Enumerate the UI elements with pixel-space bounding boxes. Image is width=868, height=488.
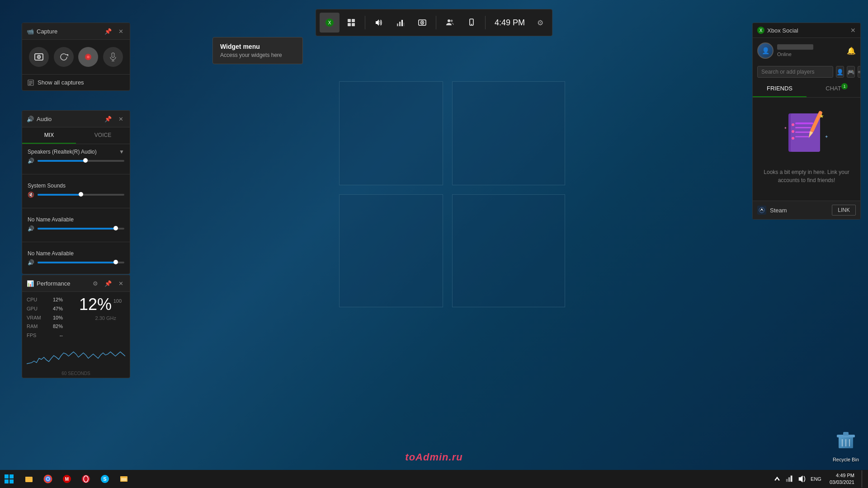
gamebar-capture-button[interactable] xyxy=(412,13,432,33)
xbox-tab-chat[interactable]: CHAT 1 xyxy=(807,80,860,97)
taskbar-clock[interactable]: 4:49 PM 03/03/2021 xyxy=(826,472,858,486)
svg-rect-55 xyxy=(9,474,14,479)
taskbar-start-button[interactable] xyxy=(0,470,18,488)
audio-app2-slider[interactable] xyxy=(38,262,124,263)
xbox-compose-button[interactable]: ✏ xyxy=(858,66,861,78)
svg-point-45 xyxy=(759,207,764,213)
gamebar-xbox-button[interactable]: X xyxy=(320,13,340,33)
audio-pin-button[interactable]: 📌 xyxy=(104,114,113,123)
capture-pin-button[interactable]: 📌 xyxy=(104,27,113,36)
svg-rect-8 xyxy=(401,20,403,26)
perf-close-button[interactable]: ✕ xyxy=(116,279,125,288)
taskbar-mcafee[interactable]: M xyxy=(58,470,76,488)
audio-tab-mix[interactable]: MIX xyxy=(22,127,76,144)
audio-app1-slider[interactable] xyxy=(38,228,124,230)
capture-panel-header: 📹 Capture 📌 ✕ xyxy=(22,23,130,40)
audio-tab-voice[interactable]: VOICE xyxy=(76,127,130,144)
xbox-status: Online xyxy=(777,52,843,57)
xbox-username-bar xyxy=(777,44,813,50)
audio-mute-icon: 🔇 xyxy=(28,192,35,198)
perf-settings-button[interactable]: ⚙ xyxy=(91,279,100,288)
capture-panel-controls: 📌 ✕ xyxy=(104,27,125,36)
audio-device-row: Speakers (Realtek(R) Audio) ▼ xyxy=(28,149,124,155)
svg-rect-29 xyxy=(29,83,33,84)
gamebar-settings-button[interactable]: ⚙ xyxy=(532,14,548,31)
svg-rect-2 xyxy=(348,19,351,22)
perf-pin-button[interactable]: 📌 xyxy=(104,279,113,288)
gamebar-mobile-button[interactable] xyxy=(462,13,481,33)
audio-device-slider-row: 🔊 xyxy=(28,158,124,164)
perf-gpu-label: GPU xyxy=(27,305,38,314)
perf-ram-stat: RAM 82% xyxy=(27,322,63,331)
audio-tabs: MIX VOICE xyxy=(22,127,130,144)
taskbar-chrome[interactable] xyxy=(39,470,57,488)
xbox-steam-link-button[interactable]: LINK xyxy=(832,205,856,216)
audio-app1-slider-row: 🔊 xyxy=(28,225,124,232)
svg-point-39 xyxy=(792,137,794,140)
taskbar-show-desktop[interactable] xyxy=(862,470,864,488)
svg-point-38 xyxy=(792,130,794,133)
taskbar-tray-expand[interactable] xyxy=(774,470,781,488)
perf-right-area: 12% 100 2.30 GHz xyxy=(66,296,125,340)
audio-app1-name: No Name Available xyxy=(28,216,124,223)
audio-panel-header: 🔊 Audio 📌 ✕ xyxy=(22,111,130,127)
gamebar-audio-button[interactable] xyxy=(369,13,389,33)
taskbar-network-icon[interactable] xyxy=(784,470,793,488)
taskbar: M S xyxy=(0,470,868,488)
audio-divider-1 xyxy=(22,174,130,174)
xbox-profile-button[interactable]: 👤 xyxy=(836,66,844,78)
svg-point-14 xyxy=(450,20,453,22)
audio-volume-icon: 🔊 xyxy=(28,158,35,164)
svg-rect-16 xyxy=(471,24,472,25)
audio-system-slider[interactable] xyxy=(38,194,124,196)
svg-rect-30 xyxy=(29,84,31,85)
record-last-button[interactable] xyxy=(54,47,74,67)
xbox-chat-badge: 1 xyxy=(841,83,848,89)
audio-device-chevron-icon[interactable]: ▼ xyxy=(119,149,124,155)
toolbar-separator-1 xyxy=(365,16,365,29)
xbox-close-button[interactable]: ✕ xyxy=(850,27,856,34)
taskbar-skype[interactable]: S xyxy=(96,470,114,488)
toolbar-separator-3 xyxy=(485,16,486,29)
xbox-social-panel: X Xbox Social ✕ 👤 Online 🔔 👤 🎮 ✏ FRIENDS… xyxy=(752,23,861,220)
gamebar-performance-button[interactable] xyxy=(391,13,410,33)
xbox-empty-illustration: ★ ✦ ✦ xyxy=(779,107,834,161)
widget-tooltip-description: Access your widgets here xyxy=(220,52,295,58)
svg-rect-28 xyxy=(29,81,33,82)
perf-vram-value: 10% xyxy=(53,314,63,323)
taskbar-file-explorer[interactable] xyxy=(20,470,38,488)
perf-panel-controls: ⚙ 📌 ✕ xyxy=(91,279,125,288)
xbox-empty-icon-svg: ★ ✦ ✦ xyxy=(779,107,834,161)
xbox-profile-row: 👤 Online 🔔 xyxy=(753,38,860,63)
recycle-bin[interactable]: Recycle Bin xyxy=(833,430,859,463)
svg-point-19 xyxy=(38,56,40,58)
taskbar-explorer[interactable] xyxy=(115,470,133,488)
xbox-notification-bell-icon[interactable]: 🔔 xyxy=(847,47,856,55)
taskbar-volume-icon[interactable] xyxy=(797,470,806,488)
gamebar-widget-button[interactable] xyxy=(341,13,361,33)
svg-text:✦: ✦ xyxy=(825,134,828,139)
show-captures-button[interactable]: Show all captures xyxy=(22,74,130,90)
svg-rect-72 xyxy=(121,478,127,481)
xbox-search-input[interactable] xyxy=(757,66,833,78)
gamebar-toolbar: X xyxy=(316,9,552,36)
svg-point-37 xyxy=(792,123,794,126)
svg-rect-73 xyxy=(786,479,788,482)
perf-fps-label: FPS xyxy=(27,331,36,340)
screenshot-button[interactable] xyxy=(29,47,49,67)
taskbar-opera[interactable] xyxy=(77,470,95,488)
microphone-button[interactable] xyxy=(103,47,123,67)
xbox-tab-friends[interactable]: FRIENDS xyxy=(753,80,807,97)
gamebar-social-button[interactable] xyxy=(440,13,460,33)
perf-fps-stat: FPS -- xyxy=(27,331,63,340)
audio-device-slider[interactable] xyxy=(38,160,124,162)
taskbar-language-indicator[interactable]: ENG xyxy=(810,476,822,482)
perf-ram-value: 82% xyxy=(53,322,63,331)
audio-close-button[interactable]: ✕ xyxy=(116,114,125,123)
audio-system-slider-row: 🔇 xyxy=(28,192,124,198)
xbox-friend-request-button[interactable]: 🎮 xyxy=(847,66,855,78)
perf-panel-header: 📊 Performance ⚙ 📌 ✕ xyxy=(22,275,130,292)
capture-close-button[interactable]: ✕ xyxy=(116,27,125,36)
perf-vram-stat: VRAM 10% xyxy=(27,314,63,323)
record-button[interactable] xyxy=(78,47,98,67)
